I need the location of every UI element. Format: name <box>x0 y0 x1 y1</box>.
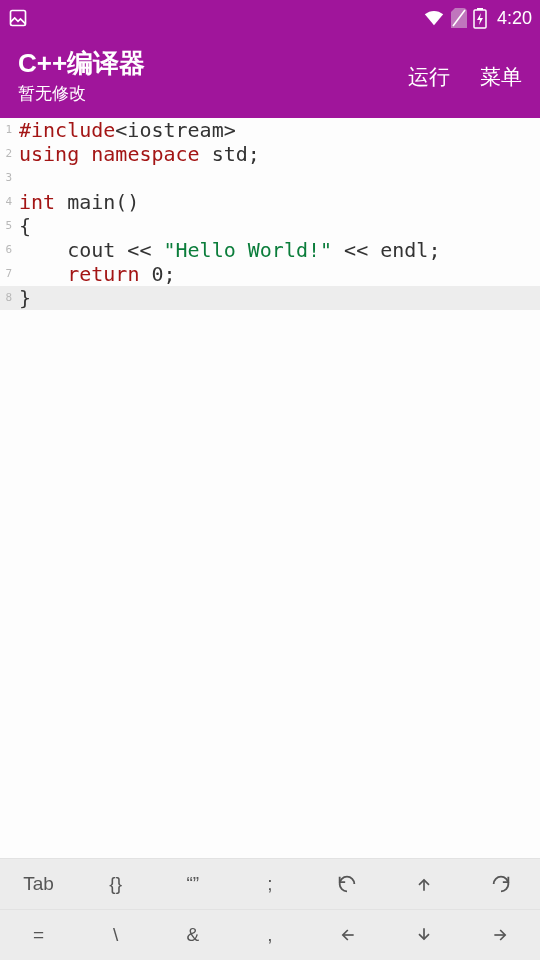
key-undo[interactable] <box>309 859 386 909</box>
code-content[interactable]: cout << "Hello World!" << endl; <box>15 238 440 262</box>
key-redo[interactable] <box>463 859 540 909</box>
run-button[interactable]: 运行 <box>408 63 450 91</box>
key-braces[interactable]: {} <box>77 859 154 909</box>
wifi-icon <box>423 7 445 29</box>
clock-text: 4:20 <box>497 8 532 29</box>
svg-rect-0 <box>11 11 26 26</box>
status-bar: 4:20 <box>0 0 540 36</box>
line-number: 1 <box>0 118 15 142</box>
arrow-right-icon <box>490 925 512 945</box>
key-equals[interactable]: = <box>0 910 77 960</box>
key-arrow-left[interactable] <box>309 910 386 960</box>
code-line[interactable]: 4int main() <box>0 190 540 214</box>
svg-rect-3 <box>477 8 483 10</box>
arrow-left-icon <box>336 925 358 945</box>
key-tab[interactable]: Tab <box>0 859 77 909</box>
arrow-down-icon <box>414 924 434 946</box>
key-arrow-right[interactable] <box>463 910 540 960</box>
key-arrow-up[interactable] <box>386 859 463 909</box>
code-content[interactable]: int main() <box>15 190 139 214</box>
code-content[interactable]: #include<iostream> <box>15 118 236 142</box>
code-content[interactable]: return 0; <box>15 262 176 286</box>
code-line[interactable]: 7 return 0; <box>0 262 540 286</box>
line-number: 4 <box>0 190 15 214</box>
code-line[interactable]: 1#include<iostream> <box>0 118 540 142</box>
line-number: 6 <box>0 238 15 262</box>
key-backslash[interactable]: \ <box>77 910 154 960</box>
sim-icon <box>451 8 467 28</box>
line-number: 7 <box>0 262 15 286</box>
code-line[interactable]: 6 cout << "Hello World!" << endl; <box>0 238 540 262</box>
line-number: 8 <box>0 286 15 310</box>
line-number: 2 <box>0 142 15 166</box>
menu-button[interactable]: 菜单 <box>480 63 522 91</box>
app-subtitle: 暂无修改 <box>18 82 408 105</box>
key-ampersand[interactable]: & <box>154 910 231 960</box>
code-line[interactable]: 8} <box>0 286 540 310</box>
key-semicolon[interactable]: ; <box>231 859 308 909</box>
code-content[interactable]: } <box>15 286 31 310</box>
app-bar: C++编译器 暂无修改 运行 菜单 <box>0 36 540 118</box>
accessory-key-row-1: Tab {} “” ; <box>0 858 540 909</box>
battery-charging-icon <box>473 7 487 29</box>
app-title: C++编译器 <box>18 49 408 78</box>
code-line[interactable]: 5{ <box>0 214 540 238</box>
code-content[interactable]: using namespace std; <box>15 142 260 166</box>
code-line[interactable]: 3 <box>0 166 540 190</box>
redo-icon <box>490 873 512 895</box>
line-number: 3 <box>0 166 15 190</box>
arrow-up-icon <box>414 873 434 895</box>
accessory-key-row-2: = \ & , <box>0 909 540 960</box>
code-content[interactable]: { <box>15 214 31 238</box>
line-number: 5 <box>0 214 15 238</box>
undo-icon <box>336 873 358 895</box>
code-editor[interactable]: 1#include<iostream>2using namespace std;… <box>0 118 540 858</box>
key-arrow-down[interactable] <box>386 910 463 960</box>
code-line[interactable]: 2using namespace std; <box>0 142 540 166</box>
key-comma[interactable]: , <box>231 910 308 960</box>
picture-icon <box>8 8 28 28</box>
key-quotes[interactable]: “” <box>154 859 231 909</box>
